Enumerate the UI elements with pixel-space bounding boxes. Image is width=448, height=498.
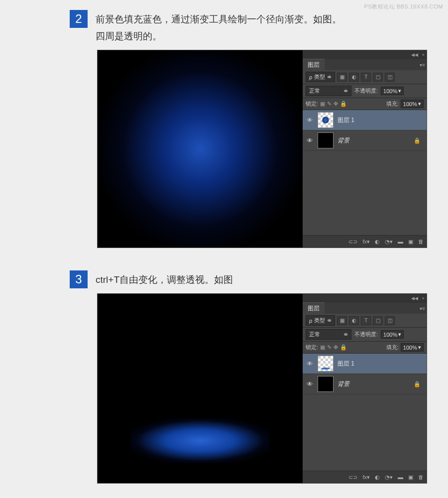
opacity-input[interactable]: 100% ▾ bbox=[381, 330, 404, 339]
mask-icon[interactable]: ◐ bbox=[375, 474, 380, 481]
chevron-down-icon: ▾ bbox=[398, 88, 401, 94]
opacity-label: 不透明度: bbox=[354, 87, 378, 95]
group-icon[interactable]: ▬ bbox=[398, 474, 403, 480]
filter-pixel-icon[interactable]: ▦ bbox=[337, 316, 347, 325]
filter-adjust-icon[interactable]: ◐ bbox=[349, 73, 359, 82]
layer-filter-row: ρ 类型 ≑ ▦ ◐ T ▢ ◫ bbox=[303, 70, 427, 84]
fill-input[interactable]: 100% ▾ bbox=[401, 343, 424, 352]
lock-label: 锁定: bbox=[306, 344, 318, 351]
link-icon[interactable]: ⊂⊃ bbox=[348, 474, 357, 481]
trash-icon[interactable]: 🗑 bbox=[418, 239, 424, 245]
opacity-label: 不透明度: bbox=[354, 331, 378, 338]
step-text: 前景色填充蓝色，通过渐变工具绘制一个径向渐变。如图。 四周是透明的。 bbox=[96, 10, 341, 45]
step-number-badge: 2 bbox=[70, 10, 88, 28]
panel-menu-icon[interactable]: ▾≡ bbox=[418, 62, 427, 68]
new-layer-icon[interactable]: ▣ bbox=[408, 239, 413, 245]
lock-transparent-icon[interactable]: ▦ bbox=[320, 344, 325, 351]
layer-thumbnail bbox=[318, 356, 334, 372]
lock-all-icon[interactable]: 🔒 bbox=[340, 101, 347, 107]
kind-filter-select[interactable]: ρ 类型 ≑ bbox=[306, 315, 335, 326]
lock-all-icon[interactable]: 🔒 bbox=[340, 344, 347, 351]
blend-mode-select[interactable]: 正常 ≑ bbox=[306, 329, 351, 340]
blend-mode-select[interactable]: 正常 ≑ bbox=[306, 86, 351, 96]
kind-label: 类型 bbox=[314, 317, 325, 324]
layers-panel: ◀◀ × 图层 ▾≡ ρ 类型 ≑ ▦ ◐ T ▢ ◫ 正常 ≑ 不透明度: bbox=[303, 50, 427, 248]
fill-input[interactable]: 100% ▾ bbox=[401, 100, 424, 108]
layer-thumbnail bbox=[318, 376, 334, 392]
visibility-icon[interactable]: 👁 bbox=[306, 117, 314, 124]
panel-menu-icon[interactable]: ▾≡ bbox=[418, 305, 427, 312]
panel-footer: ⊂⊃ fx▾ ◐ ◔▾ ▬ ▣ 🗑 bbox=[303, 471, 427, 483]
canvas-area bbox=[98, 294, 303, 483]
layers-tab[interactable]: 图层 bbox=[303, 59, 325, 71]
filter-smart-icon[interactable]: ◫ bbox=[385, 316, 395, 325]
lock-position-icon[interactable]: ✥ bbox=[334, 101, 338, 107]
blend-mode-row: 正常 ≑ 不透明度: 100% ▾ bbox=[303, 84, 427, 98]
group-icon[interactable]: ▬ bbox=[398, 239, 403, 245]
layer-item-1[interactable]: 👁 图层 1 bbox=[303, 110, 427, 130]
filter-smart-icon[interactable]: ◫ bbox=[385, 73, 395, 82]
chevron-down-icon: ≑ bbox=[327, 74, 332, 80]
close-icon[interactable]: × bbox=[422, 296, 425, 301]
fill-label: 填充: bbox=[386, 344, 399, 351]
filter-adjust-icon[interactable]: ◐ bbox=[349, 316, 359, 325]
layer-name[interactable]: 图层 1 bbox=[337, 360, 424, 368]
kind-filter-select[interactable]: ρ 类型 ≑ bbox=[306, 72, 335, 82]
panel-tabs: 图层 ▾≡ bbox=[303, 59, 427, 70]
fx-icon[interactable]: fx▾ bbox=[362, 474, 370, 481]
watermark-text: PS教程论坛 BBS.16XX8.COM bbox=[364, 3, 443, 10]
step-number-badge: 3 bbox=[70, 270, 88, 288]
filter-text-icon[interactable]: T bbox=[361, 73, 371, 82]
fill-value: 100% bbox=[403, 345, 417, 351]
lock-pixels-icon[interactable]: ✎ bbox=[327, 344, 332, 351]
step-text-line2: 四周是透明的。 bbox=[96, 31, 162, 41]
kind-label: 类型 bbox=[314, 73, 325, 81]
lock-icon: 🔒 bbox=[414, 137, 424, 144]
adjustment-icon[interactable]: ◔▾ bbox=[385, 239, 393, 245]
lock-transparent-icon[interactable]: ▦ bbox=[320, 101, 325, 107]
filter-shape-icon[interactable]: ▢ bbox=[373, 73, 383, 82]
layer-thumbnail bbox=[318, 132, 334, 148]
fill-label: 填充: bbox=[386, 100, 399, 108]
lock-pixels-icon[interactable]: ✎ bbox=[327, 101, 332, 107]
layers-tab[interactable]: 图层 bbox=[303, 302, 325, 314]
mask-icon[interactable]: ◐ bbox=[375, 239, 380, 245]
chevron-down-icon: ≑ bbox=[343, 331, 348, 338]
panel-header: ◀◀ × bbox=[303, 294, 427, 303]
step-text-line1: ctrl+T自由变化，调整透视。如图 bbox=[96, 274, 233, 285]
canvas-area bbox=[98, 50, 303, 248]
chevron-down-icon: ▾ bbox=[418, 344, 421, 351]
opacity-value: 100% bbox=[383, 88, 397, 94]
close-icon[interactable]: × bbox=[422, 52, 425, 57]
step-text: ctrl+T自由变化，调整透视。如图 bbox=[96, 270, 233, 288]
filter-text-icon[interactable]: T bbox=[361, 316, 371, 325]
adjustment-icon[interactable]: ◔▾ bbox=[385, 474, 393, 481]
collapse-icon[interactable]: ◀◀ bbox=[411, 296, 418, 301]
radial-gradient-preview bbox=[98, 50, 303, 248]
layer-item-bg[interactable]: 👁 背景 🔒 bbox=[303, 374, 427, 394]
visibility-icon[interactable]: 👁 bbox=[306, 137, 314, 144]
lock-icon: 🔒 bbox=[414, 381, 424, 387]
visibility-icon[interactable]: 👁 bbox=[306, 380, 314, 388]
fx-icon[interactable]: fx▾ bbox=[362, 239, 370, 245]
layer-thumbnail bbox=[318, 112, 334, 128]
chevron-down-icon: ▾ bbox=[398, 331, 401, 338]
layers-list: 👁 图层 1 👁 背景 🔒 bbox=[303, 110, 427, 235]
filter-shape-icon[interactable]: ▢ bbox=[373, 316, 383, 325]
blend-mode-value: 正常 bbox=[309, 87, 320, 95]
layer-name[interactable]: 图层 1 bbox=[337, 116, 424, 124]
layer-name[interactable]: 背景 bbox=[337, 136, 410, 145]
link-icon[interactable]: ⊂⊃ bbox=[348, 239, 357, 245]
filter-pixel-icon[interactable]: ▦ bbox=[337, 73, 347, 82]
layer-name[interactable]: 背景 bbox=[337, 380, 410, 388]
collapse-icon[interactable]: ◀◀ bbox=[411, 52, 418, 57]
new-layer-icon[interactable]: ▣ bbox=[408, 474, 413, 481]
trash-icon[interactable]: 🗑 bbox=[418, 474, 424, 480]
search-icon: ρ bbox=[309, 74, 312, 80]
layer-item-bg[interactable]: 👁 背景 🔒 bbox=[303, 130, 427, 151]
visibility-icon[interactable]: 👁 bbox=[306, 360, 314, 368]
fill-value: 100% bbox=[403, 101, 417, 107]
lock-position-icon[interactable]: ✥ bbox=[334, 344, 338, 351]
layer-item-1[interactable]: 👁 图层 1 bbox=[303, 354, 427, 374]
opacity-input[interactable]: 100% ▾ bbox=[381, 87, 404, 95]
